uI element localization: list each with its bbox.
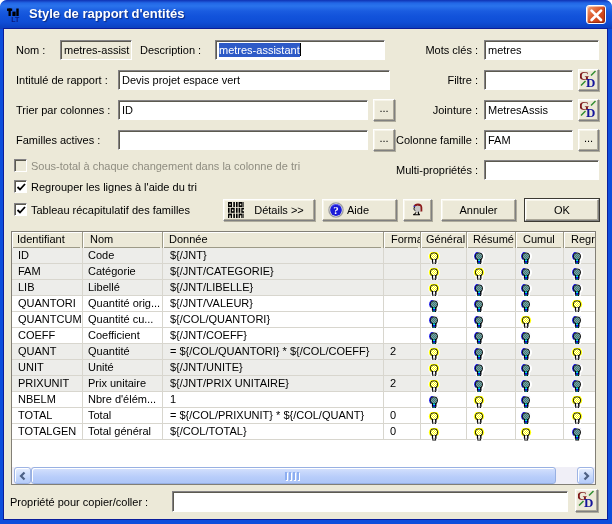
details-button[interactable]: Détails >> [223,199,315,221]
bulb-off-icon[interactable] [520,379,533,392]
bulb-on-icon[interactable] [473,427,486,440]
close-button[interactable] [586,5,606,24]
column-header-regr[interactable]: Regr [564,232,596,248]
filtre-gd-button[interactable]: G D [578,69,599,91]
tableau-checkbox[interactable] [14,203,27,216]
bulb-off-icon[interactable] [520,299,533,312]
propriete-gd-button[interactable]: G D [575,489,598,512]
aide-button[interactable]: ? Aide [322,199,397,221]
bulb-on-icon[interactable] [428,267,441,280]
table-row-TOTALGEN[interactable]: TOTALGENTotal général${/COL/TOTAL}0 [12,424,595,440]
bulb-off-icon[interactable] [473,363,486,376]
bulb-on-icon[interactable] [571,299,584,312]
bulb-off-icon[interactable] [473,283,486,296]
bulb-off-icon[interactable] [473,347,486,360]
table-row-TOTAL[interactable]: TOTALTotal= ${/COL/PRIXUNIT} * ${/COL/QU… [12,408,595,424]
filtre-field[interactable] [484,70,573,90]
bulb-off-icon[interactable] [473,331,486,344]
description-field[interactable]: metres-assistant [215,40,385,60]
bulb-off-icon[interactable] [428,299,441,312]
trier-field[interactable]: ID [118,100,368,120]
jointure-field[interactable]: MetresAssis [484,100,573,120]
trier-browse-button[interactable]: ... [373,99,395,121]
multi-proprietes-field[interactable] [484,160,599,180]
column-header-identifiant[interactable]: Identifiant [12,232,83,248]
table-row-LIB[interactable]: LIBLibellé${/JNT/LIBELLE} [12,280,595,296]
horizontal-scrollbar[interactable] [12,467,595,484]
colonne-famille-browse-button[interactable]: ... [578,129,599,151]
scroll-left-button[interactable] [14,467,31,484]
column-header-donnée[interactable]: Donnée [163,232,384,248]
bulb-off-icon[interactable] [428,331,441,344]
titlebar[interactable]: LT Style de rapport d'entités [0,0,612,29]
column-header-nom[interactable]: Nom [83,232,163,248]
bulb-off-icon[interactable] [428,395,441,408]
scroll-right-button[interactable] [577,467,594,484]
column-header-résumé[interactable]: Résumé [467,232,516,248]
bulb-off-icon[interactable] [571,331,584,344]
table-row-NBELM[interactable]: NBELMNbre d'élém...1 [12,392,595,408]
bulb-on-icon[interactable] [428,251,441,264]
table-row-QUANT[interactable]: QUANTQuantité= ${/COL/QUANTORI} * ${/COL… [12,344,595,360]
bulb-off-icon[interactable] [520,347,533,360]
bulb-on-icon[interactable] [428,283,441,296]
propriete-copier-field[interactable] [172,491,568,512]
bulb-off-icon[interactable] [473,299,486,312]
regrouper-checkbox[interactable] [14,180,27,193]
assistant-button[interactable] [403,199,432,221]
bulb-off-icon[interactable] [520,251,533,264]
familles-actives-field[interactable] [118,130,368,150]
bulb-on-icon[interactable] [520,315,533,328]
table-row-UNIT[interactable]: UNITUnité${/JNT/UNITE} [12,360,595,376]
bulb-on-icon[interactable] [473,395,486,408]
ok-button[interactable]: OK [525,199,599,221]
table-row-FAM[interactable]: FAMCatégorie${/JNT/CATEGORIE} [12,264,595,280]
column-header-forma[interactable]: Forma [384,232,421,248]
column-header-cumul[interactable]: Cumul [516,232,564,248]
bulb-on-icon[interactable] [473,411,486,424]
bulb-off-icon[interactable] [520,267,533,280]
table-row-PRIXUNIT[interactable]: PRIXUNITPrix unitaire${/JNT/PRIX UNITAIR… [12,376,595,392]
bulb-off-icon[interactable] [520,411,533,424]
sous-total-checkbox[interactable] [14,159,27,172]
bulb-off-icon[interactable] [571,379,584,392]
table-row-COEFF[interactable]: COEFFCoefficient${/JNT/COEFF} [12,328,595,344]
column-header-général[interactable]: Général [421,232,467,248]
bulb-on-icon[interactable] [428,411,441,424]
bulb-off-icon[interactable] [571,251,584,264]
bulb-off-icon[interactable] [520,395,533,408]
bulb-off-icon[interactable] [473,379,486,392]
bulb-off-icon[interactable] [571,283,584,296]
table-row-QUANTORI[interactable]: QUANTORIQuantité orig...${/JNT/VALEUR} [12,296,595,312]
annuler-button[interactable]: Annuler [441,199,516,221]
nom-field[interactable]: metres-assist [60,40,132,60]
scrollbar-thumb[interactable] [31,467,556,484]
mots-cles-field[interactable]: metres [484,40,599,60]
propriete-copier-label: Propriété pour copier/coller : [10,492,148,512]
colonne-famille-field[interactable]: FAM [484,130,573,150]
bulb-off-icon[interactable] [571,427,584,440]
bulb-on-icon[interactable] [428,347,441,360]
gd-icon: G D [578,490,595,507]
bulb-off-icon[interactable] [473,315,486,328]
bulb-on-icon[interactable] [428,427,441,440]
table-row-ID[interactable]: IDCode${/JNT} [12,248,595,264]
bulb-off-icon[interactable] [571,315,584,328]
bulb-off-icon[interactable] [520,283,533,296]
jointure-gd-button[interactable]: G D [578,99,599,121]
bulb-off-icon[interactable] [571,267,584,280]
bulb-on-icon[interactable] [571,347,584,360]
intitule-rapport-field[interactable]: Devis projet espace vert [118,70,390,90]
bulb-off-icon[interactable] [571,363,584,376]
bulb-off-icon[interactable] [473,251,486,264]
bulb-on-icon[interactable] [571,411,584,424]
bulb-on-icon[interactable] [571,395,584,408]
bulb-off-icon[interactable] [520,331,533,344]
bulb-on-icon[interactable] [473,267,486,280]
bulb-on-icon[interactable] [428,363,441,376]
bulb-off-icon[interactable] [520,363,533,376]
bulb-off-icon[interactable] [428,315,441,328]
bulb-on-icon[interactable] [520,427,533,440]
bulb-on-icon[interactable] [428,379,441,392]
table-row-QUANTCUM[interactable]: QUANTCUMQuantité cu...${/COL/QUANTORI} [12,312,595,328]
